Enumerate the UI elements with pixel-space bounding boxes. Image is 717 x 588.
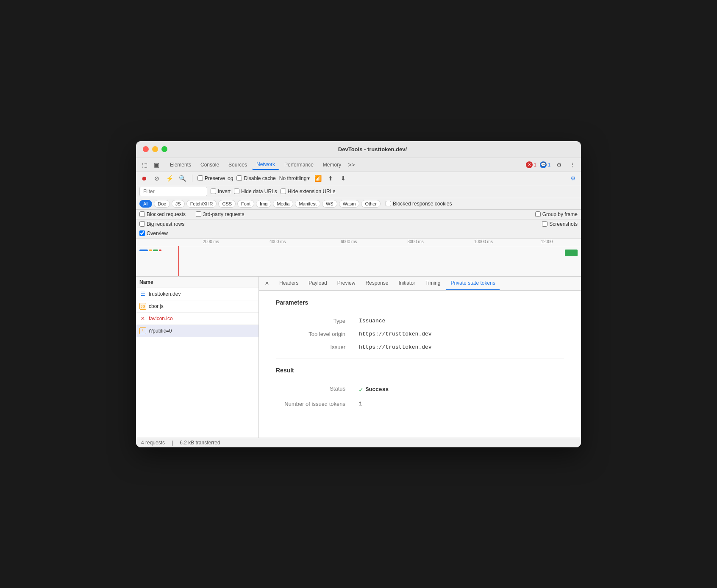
status-value-cell: ✓ Success [352, 382, 564, 397]
js-icon: JS [139, 303, 146, 310]
filter-all[interactable]: All [139, 200, 152, 208]
cursor-icon[interactable]: ⬚ [139, 160, 150, 170]
tab-initiator[interactable]: Initiator [394, 277, 419, 290]
filter-doc[interactable]: Doc [154, 200, 170, 208]
preserve-log-checkbox[interactable] [197, 175, 203, 181]
info-count: 1 [548, 162, 550, 167]
blocked-cookies-label[interactable]: Blocked response cookies [386, 201, 452, 207]
file-item-cbor[interactable]: JS cbor.js [136, 300, 258, 313]
throttle-select[interactable]: No throttling ▾ [279, 175, 310, 181]
tab-private-state-tokens[interactable]: Private state tokens [446, 277, 499, 290]
more-tabs-icon[interactable]: >> [348, 161, 355, 168]
big-request-rows-checkbox[interactable] [139, 221, 145, 227]
tab-headers[interactable]: Headers [275, 277, 303, 290]
filter-js[interactable]: JS [172, 200, 185, 208]
invert-checkbox[interactable] [211, 189, 216, 194]
preserve-log-label[interactable]: Preserve log [197, 175, 233, 181]
file-item-trusttoken[interactable]: ☰ trusttoken.dev [136, 288, 258, 300]
file-name-cbor: cbor.js [149, 303, 164, 309]
filter-img[interactable]: Img [256, 200, 271, 208]
close-button[interactable] [143, 146, 149, 152]
settings-blue-icon[interactable]: ⚙ [568, 174, 578, 183]
file-name-ipublic: i?public=0 [149, 328, 172, 334]
mark-8000: 8000 ms [408, 239, 424, 244]
minimize-button[interactable] [152, 146, 158, 152]
filter-font[interactable]: Font [237, 200, 254, 208]
tab-console[interactable]: Console [196, 160, 223, 169]
info-icon: 💬 [540, 161, 547, 168]
filter-ws[interactable]: WS [322, 200, 337, 208]
download-icon[interactable]: ⬇ [339, 174, 348, 183]
tab-payload[interactable]: Payload [304, 277, 331, 290]
hide-ext-urls-checkbox[interactable] [281, 189, 286, 194]
disable-cache-checkbox[interactable] [236, 175, 242, 181]
tab-performance[interactable]: Performance [280, 160, 318, 169]
tokens-row: Number of issued tokens 1 [276, 397, 564, 410]
filter-manifest[interactable]: Manifest [295, 200, 320, 208]
clear-icon[interactable]: ⊘ [152, 174, 161, 183]
group-by-frame-checkbox[interactable] [535, 211, 541, 217]
invert-label[interactable]: Invert [211, 189, 231, 194]
filter-other[interactable]: Other [361, 200, 381, 208]
third-party-checkbox[interactable] [196, 211, 201, 217]
screenshots-checkbox[interactable] [542, 221, 547, 227]
timeline-bar-red [159, 250, 161, 251]
blocked-requests-label[interactable]: Blocked requests [139, 211, 186, 217]
wifi-icon[interactable]: 📶 [313, 174, 322, 183]
close-detail-button[interactable]: × [262, 279, 272, 288]
type-label: Type [276, 314, 352, 327]
left-toolbar-icons: ⬚ ▣ [139, 160, 161, 170]
section-divider [276, 358, 564, 358]
maximize-button[interactable] [161, 146, 167, 152]
settings-icon[interactable]: ⚙ [554, 160, 564, 170]
result-table: Status ✓ Success Number of issued tokens… [276, 382, 564, 410]
error-circle-icon: ✕ [139, 315, 146, 322]
bytes-transferred: 6.2 kB transferred [180, 440, 220, 446]
tab-response[interactable]: Response [361, 277, 392, 290]
overview-label[interactable]: Overview [139, 230, 168, 236]
tab-preview[interactable]: Preview [333, 277, 360, 290]
issuer-value: https://trusttoken.dev [352, 341, 564, 354]
filter-fetch-xhr[interactable]: Fetch/XHR [186, 200, 217, 208]
file-list: Name ☰ trusttoken.dev JS cbor.js ✕ favic… [136, 277, 259, 438]
file-item-ipublic[interactable]: ! i?public=0 [136, 325, 258, 337]
more-options-icon[interactable]: ⋮ [567, 160, 578, 170]
network-controls: ⏺ ⊘ ⚡ 🔍 Preserve log Disable cache No th… [136, 172, 581, 185]
mark-2000: 2000 ms [203, 239, 219, 244]
hide-ext-urls-label[interactable]: Hide extension URLs [281, 189, 336, 194]
tab-network[interactable]: Network [252, 160, 279, 170]
filter-media[interactable]: Media [273, 200, 293, 208]
timeline-area: 2000 ms 4000 ms 6000 ms 8000 ms 10000 ms… [136, 239, 581, 277]
screenshots-label[interactable]: Screenshots [542, 221, 578, 227]
file-item-favicon[interactable]: ✕ favicon.ico [136, 313, 258, 325]
upload-icon[interactable]: ⬆ [326, 174, 335, 183]
device-icon[interactable]: ▣ [151, 160, 161, 170]
filter-wasm[interactable]: Wasm [339, 200, 360, 208]
titlebar: DevTools - trusttoken.dev/ [136, 141, 581, 158]
filter-css[interactable]: CSS [218, 200, 236, 208]
stop-recording-icon[interactable]: ⏺ [139, 174, 149, 183]
overview-checkbox[interactable] [139, 230, 145, 236]
hide-data-urls-checkbox[interactable] [234, 189, 239, 194]
tab-elements[interactable]: Elements [166, 160, 195, 169]
timeline-content [136, 246, 581, 277]
filter-input[interactable] [139, 187, 207, 196]
tab-timing[interactable]: Timing [421, 277, 445, 290]
filter-icon[interactable]: ⚡ [165, 174, 174, 183]
blocked-cookies-checkbox[interactable] [386, 201, 391, 206]
top-level-origin-label: Top level origin [276, 327, 352, 341]
blocked-requests-checkbox[interactable] [139, 211, 145, 217]
hide-data-urls-label[interactable]: Hide data URLs [234, 189, 277, 194]
big-request-rows-label[interactable]: Big request rows [139, 221, 184, 227]
timeline-green-rect [565, 250, 578, 256]
disable-cache-label[interactable]: Disable cache [236, 175, 275, 181]
tab-sources[interactable]: Sources [224, 160, 251, 169]
warn-icon: ! [139, 327, 146, 334]
group-by-frame-label[interactable]: Group by frame [535, 211, 578, 217]
third-party-label[interactable]: 3rd-party requests [196, 211, 244, 217]
status-label: Status [276, 382, 352, 397]
detail-panel: × Headers Payload Preview Response Initi… [259, 277, 581, 438]
search-icon[interactable]: 🔍 [178, 174, 187, 183]
tab-memory[interactable]: Memory [319, 160, 345, 169]
mark-6000: 6000 ms [341, 239, 357, 244]
